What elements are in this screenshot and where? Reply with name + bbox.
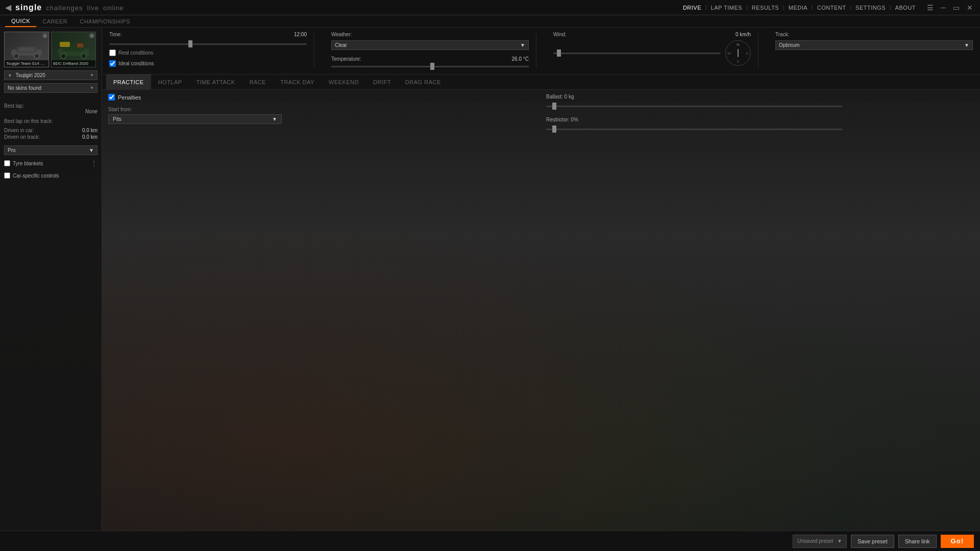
preset-dropdown[interactable]: Unsaved preset ▼ (793, 535, 847, 548)
mode-tab-race[interactable]: RACE (242, 74, 274, 89)
share-link-button[interactable]: Share link (898, 535, 937, 548)
top-nav-bar: ◀ single challenges live online DRIVE | … (0, 0, 980, 15)
save-preset-button[interactable]: Save preset (851, 535, 894, 548)
car1-skin-arrow: ▼ (90, 73, 94, 78)
car-info-icon-1[interactable]: i (42, 33, 47, 38)
start-from-group: Start from: Pits ▼ (108, 107, 536, 124)
car-thumb-2[interactable]: BDC Driftland 2020 i (51, 32, 96, 67)
mode-tab-trackday[interactable]: TRACK DAY (273, 74, 322, 89)
car2-skin-label: No skins found (8, 85, 41, 91)
back-button[interactable]: ◀ (5, 3, 11, 12)
mode-tab-weekend[interactable]: WEEKEND (322, 74, 366, 89)
compass-east-label: E (746, 51, 749, 56)
svg-rect-10 (77, 43, 83, 47)
time-slider-container[interactable] (109, 40, 307, 47)
car-controls-row: Car-specific controls (4, 171, 97, 180)
ballast-slider-thumb[interactable] (552, 103, 556, 110)
subnav-championships[interactable]: CHAMPIONSHIPS (74, 15, 136, 27)
nav-media[interactable]: MEDIA (785, 5, 812, 11)
best-lap-label: Best lap: (4, 103, 97, 109)
car-thumbnails: Tsujigiri Team S14 SR20 - Ben S... i BDC… (4, 32, 97, 67)
tyre-blankets-checkbox[interactable] (4, 160, 10, 166)
track-dropdown[interactable]: Optimum ▼ (775, 40, 973, 50)
wind-column: Wind: 0 km/h N S W (546, 32, 758, 66)
mode-tab-timeattack[interactable]: TIME ATTACK (189, 74, 242, 89)
weather-header: Weather: (331, 32, 529, 37)
car1-skin-label: ▼ Tsujigiri 2020 (8, 72, 45, 78)
nav-right-menu: DRIVE | LAP TIMES | RESULTS | MEDIA | CO… (679, 4, 975, 12)
real-conditions-row: Real conditions (109, 49, 307, 56)
game-mode-live[interactable]: live (87, 4, 99, 12)
real-conditions-label: Real conditions (118, 50, 153, 56)
nav-about[interactable]: ABOUT (891, 5, 920, 11)
time-header: Time: 12:00 (109, 32, 307, 37)
svg-rect-4 (19, 47, 34, 52)
weather-label: Weather: (331, 32, 352, 37)
real-conditions-checkbox[interactable] (109, 49, 116, 56)
penalties-checkbox[interactable] (108, 94, 115, 101)
ballast-label: Ballast: 0 kg (546, 94, 974, 99)
temperature-slider-track (331, 66, 529, 67)
driven-track-value: 0.0 km (82, 134, 97, 140)
session-panel: Penalties Start from: Pits ▼ Ballast: 0 … (102, 90, 980, 531)
game-mode-challenges[interactable]: challenges (46, 4, 83, 12)
minimize-button[interactable]: ─ (939, 4, 948, 12)
temperature-slider-thumb[interactable] (430, 63, 434, 70)
wind-slider-thumb[interactable] (557, 49, 561, 57)
nav-laptimes[interactable]: LAP TIMES (707, 5, 747, 11)
wind-value: 0 km/h (736, 32, 751, 37)
go-button[interactable]: Go! (941, 535, 974, 548)
restrictor-slider-thumb[interactable] (552, 126, 556, 133)
nav-content[interactable]: CONTENT (813, 5, 850, 11)
car2-skin-arrow: ▼ (90, 86, 94, 90)
mode-tab-practice[interactable]: PRACTICE (106, 74, 151, 89)
temperature-slider[interactable] (331, 63, 529, 70)
restore-button[interactable]: ▭ (951, 4, 962, 12)
bottom-bar: Unsaved preset ▼ Save preset Share link … (0, 531, 980, 551)
mode-tab-drift[interactable]: DRIFT (366, 74, 398, 89)
center-panel: Time: 12:00 Real conditions Ideal condit… (102, 28, 980, 531)
ideal-conditions-checkbox[interactable] (109, 60, 116, 67)
car-thumb-1[interactable]: Tsujigiri Team S14 SR20 - Ben S... i (4, 32, 49, 67)
ballast-slider[interactable] (546, 103, 974, 110)
nav-drive[interactable]: DRIVE (679, 5, 705, 11)
game-mode-single[interactable]: single (15, 3, 42, 12)
car-info-icon-2[interactable]: i (89, 33, 94, 38)
subnav-quick[interactable]: QUICK (5, 15, 36, 27)
main-content: Tsujigiri Team S14 SR20 - Ben S... i BDC… (0, 28, 980, 531)
car-thumb-2-label: BDC Driftland 2020 (52, 60, 95, 67)
start-from-label: Start from: (108, 107, 536, 112)
subnav-career[interactable]: CAREER (36, 15, 74, 27)
start-from-arrow: ▼ (272, 116, 277, 122)
track-header: Track: (775, 32, 973, 37)
nav-settings[interactable]: SETTINGS (851, 5, 890, 11)
compass-north-label: N (737, 42, 740, 47)
track-value: Optimum (779, 42, 800, 48)
wind-slider-track (553, 53, 720, 54)
wind-slider[interactable] (553, 49, 720, 57)
weather-dropdown[interactable]: Clear ▼ (331, 40, 529, 50)
close-button[interactable]: ✕ (965, 4, 975, 12)
hamburger-button[interactable]: ☰ (925, 4, 936, 12)
car1-skin-dropdown[interactable]: ▼ Tsujigiri 2020 ▼ (4, 70, 97, 80)
tyre-compound-dropdown[interactable]: Pro ▼ (4, 145, 97, 155)
car2-skin-dropdown[interactable]: No skins found ▼ (4, 83, 97, 93)
restrictor-slider[interactable] (546, 126, 974, 133)
mode-tabs: PRACTICE HOTLAP TIME ATTACK RACE TRACK D… (102, 74, 980, 90)
time-column: Time: 12:00 Real conditions Ideal condit… (102, 32, 314, 67)
left-panel: Tsujigiri Team S14 SR20 - Ben S... i BDC… (0, 28, 102, 531)
start-from-dropdown[interactable]: Pits ▼ (108, 114, 282, 124)
game-mode-online[interactable]: online (103, 4, 124, 12)
tyre-blankets-more[interactable]: ⋮ (90, 159, 97, 167)
car-controls-label: Car-specific controls (13, 173, 59, 179)
mode-tab-hotlap[interactable]: HOTLAP (151, 74, 189, 89)
track-dropdown-arrow: ▼ (964, 42, 969, 48)
time-slider-thumb[interactable] (188, 40, 192, 47)
tyre-compound-arrow: ▼ (89, 147, 94, 153)
compass-south-label: S (737, 59, 739, 64)
car-controls-checkbox[interactable] (4, 172, 10, 179)
nav-results[interactable]: RESULTS (748, 5, 783, 11)
driven-car-value: 0.0 km (82, 128, 97, 133)
driven-car-row: Driven in car: 0.0 km (4, 127, 97, 134)
mode-tab-dragrace[interactable]: DRAG RACE (398, 74, 448, 89)
